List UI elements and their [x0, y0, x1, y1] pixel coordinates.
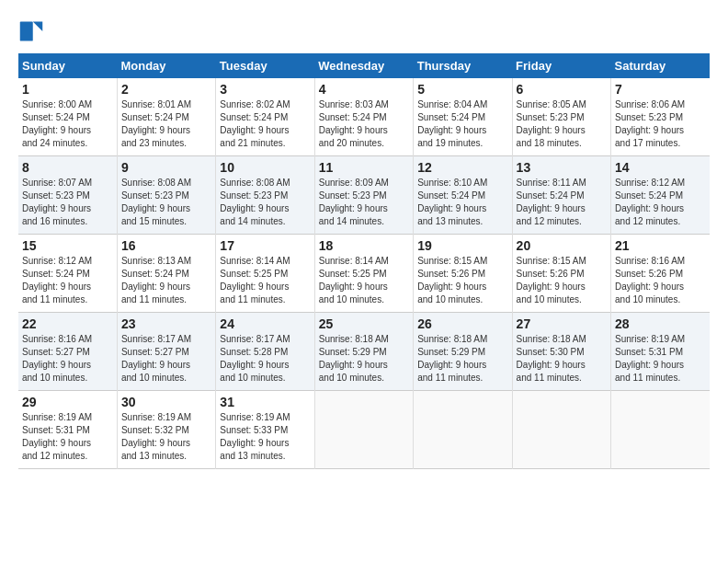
calendar-cell: 18Sunrise: 8:14 AMSunset: 5:25 PMDayligh…: [314, 235, 413, 313]
calendar-cell: 24Sunrise: 8:17 AMSunset: 5:28 PMDayligh…: [216, 313, 314, 391]
logo-icon: [18, 18, 44, 44]
day-number: 6: [517, 82, 607, 97]
weekday-header-friday: Friday: [512, 53, 610, 78]
day-number: 30: [121, 395, 211, 409]
calendar-cell: 25Sunrise: 8:18 AMSunset: 5:29 PMDayligh…: [314, 313, 413, 391]
day-detail: Sunrise: 8:08 AMSunset: 5:23 PMDaylight:…: [121, 177, 211, 228]
day-number: 16: [121, 238, 211, 253]
calendar-cell: 4Sunrise: 8:03 AMSunset: 5:24 PMDaylight…: [314, 78, 413, 156]
calendar-cell: 8Sunrise: 8:07 AMSunset: 5:23 PMDaylight…: [18, 156, 117, 235]
day-number: 18: [319, 238, 409, 253]
day-detail: Sunrise: 8:00 AMSunset: 5:24 PMDaylight:…: [22, 98, 113, 150]
day-detail: Sunrise: 8:15 AMSunset: 5:26 PMDaylight:…: [417, 255, 507, 306]
day-detail: Sunrise: 8:01 AMSunset: 5:24 PMDaylight:…: [121, 98, 211, 150]
calendar-week-4: 22Sunrise: 8:16 AMSunset: 5:27 PMDayligh…: [18, 313, 710, 391]
calendar-cell: 12Sunrise: 8:10 AMSunset: 5:24 PMDayligh…: [414, 156, 512, 235]
day-detail: Sunrise: 8:15 AMSunset: 5:26 PMDaylight:…: [517, 255, 607, 306]
calendar-cell: 22Sunrise: 8:16 AMSunset: 5:27 PMDayligh…: [18, 313, 117, 391]
weekday-header-sunday: Sunday: [18, 53, 117, 78]
day-detail: Sunrise: 8:18 AMSunset: 5:29 PMDaylight:…: [319, 333, 409, 385]
day-number: 14: [615, 160, 706, 175]
calendar-cell: [414, 391, 512, 469]
day-number: 4: [319, 82, 409, 97]
header: [18, 18, 710, 44]
day-number: 28: [615, 316, 706, 331]
calendar-cell: [611, 391, 710, 469]
calendar-table: SundayMondayTuesdayWednesdayThursdayFrid…: [18, 53, 710, 469]
day-detail: Sunrise: 8:18 AMSunset: 5:29 PMDaylight:…: [417, 333, 507, 385]
day-detail: Sunrise: 8:17 AMSunset: 5:27 PMDaylight:…: [121, 333, 211, 385]
calendar-cell: 2Sunrise: 8:01 AMSunset: 5:24 PMDaylight…: [117, 78, 215, 156]
calendar-cell: 21Sunrise: 8:16 AMSunset: 5:26 PMDayligh…: [611, 235, 710, 313]
day-detail: Sunrise: 8:19 AMSunset: 5:32 PMDaylight:…: [121, 411, 211, 463]
calendar-cell: 11Sunrise: 8:09 AMSunset: 5:23 PMDayligh…: [314, 156, 413, 235]
calendar-cell: 14Sunrise: 8:12 AMSunset: 5:24 PMDayligh…: [611, 156, 710, 235]
day-number: 12: [417, 160, 507, 175]
calendar-week-3: 15Sunrise: 8:12 AMSunset: 5:24 PMDayligh…: [18, 235, 710, 313]
day-number: 27: [517, 316, 607, 331]
calendar-cell: 27Sunrise: 8:18 AMSunset: 5:30 PMDayligh…: [512, 313, 610, 391]
day-number: 5: [417, 82, 507, 97]
weekday-header-saturday: Saturday: [611, 53, 710, 78]
day-number: 21: [615, 238, 706, 253]
calendar-cell: 7Sunrise: 8:06 AMSunset: 5:23 PMDaylight…: [611, 78, 710, 156]
day-number: 15: [22, 238, 113, 253]
day-detail: Sunrise: 8:10 AMSunset: 5:24 PMDaylight:…: [417, 177, 507, 228]
calendar-cell: 19Sunrise: 8:15 AMSunset: 5:26 PMDayligh…: [414, 235, 512, 313]
calendar-cell: 1Sunrise: 8:00 AMSunset: 5:24 PMDaylight…: [18, 78, 117, 156]
day-number: 1: [22, 82, 113, 97]
day-detail: Sunrise: 8:14 AMSunset: 5:25 PMDaylight:…: [220, 255, 310, 306]
day-number: 19: [417, 238, 507, 253]
day-detail: Sunrise: 8:19 AMSunset: 5:33 PMDaylight:…: [220, 411, 310, 463]
calendar-cell: 26Sunrise: 8:18 AMSunset: 5:29 PMDayligh…: [414, 313, 512, 391]
calendar-cell: 20Sunrise: 8:15 AMSunset: 5:26 PMDayligh…: [512, 235, 610, 313]
day-number: 23: [121, 316, 211, 331]
day-detail: Sunrise: 8:05 AMSunset: 5:23 PMDaylight:…: [517, 98, 607, 150]
calendar-cell: 13Sunrise: 8:11 AMSunset: 5:24 PMDayligh…: [512, 156, 610, 235]
day-number: 24: [220, 316, 310, 331]
day-detail: Sunrise: 8:03 AMSunset: 5:24 PMDaylight:…: [319, 98, 409, 150]
day-detail: Sunrise: 8:19 AMSunset: 5:31 PMDaylight:…: [22, 411, 113, 463]
calendar-cell: 31Sunrise: 8:19 AMSunset: 5:33 PMDayligh…: [216, 391, 314, 469]
day-detail: Sunrise: 8:08 AMSunset: 5:23 PMDaylight:…: [220, 177, 310, 228]
calendar-cell: [314, 391, 413, 469]
day-detail: Sunrise: 8:12 AMSunset: 5:24 PMDaylight:…: [22, 255, 113, 306]
calendar-week-2: 8Sunrise: 8:07 AMSunset: 5:23 PMDaylight…: [18, 156, 710, 235]
calendar-week-5: 29Sunrise: 8:19 AMSunset: 5:31 PMDayligh…: [18, 391, 710, 469]
logo: [18, 18, 48, 44]
day-number: 29: [22, 395, 113, 409]
day-number: 11: [319, 160, 409, 175]
day-detail: Sunrise: 8:02 AMSunset: 5:24 PMDaylight:…: [220, 98, 310, 150]
day-detail: Sunrise: 8:18 AMSunset: 5:30 PMDaylight:…: [517, 333, 607, 385]
calendar-cell: 15Sunrise: 8:12 AMSunset: 5:24 PMDayligh…: [18, 235, 117, 313]
day-number: 25: [319, 316, 409, 331]
day-detail: Sunrise: 8:09 AMSunset: 5:23 PMDaylight:…: [319, 177, 409, 228]
weekday-header-monday: Monday: [117, 53, 215, 78]
day-number: 26: [417, 316, 507, 331]
calendar-week-1: 1Sunrise: 8:00 AMSunset: 5:24 PMDaylight…: [18, 78, 710, 156]
day-number: 17: [220, 238, 310, 253]
weekday-header-tuesday: Tuesday: [216, 53, 314, 78]
day-number: 9: [121, 160, 211, 175]
day-detail: Sunrise: 8:16 AMSunset: 5:26 PMDaylight:…: [615, 255, 706, 306]
day-number: 20: [517, 238, 607, 253]
calendar-cell: 30Sunrise: 8:19 AMSunset: 5:32 PMDayligh…: [117, 391, 215, 469]
calendar-cell: [512, 391, 610, 469]
calendar-cell: 9Sunrise: 8:08 AMSunset: 5:23 PMDaylight…: [117, 156, 215, 235]
day-detail: Sunrise: 8:13 AMSunset: 5:24 PMDaylight:…: [121, 255, 211, 306]
day-number: 22: [22, 316, 113, 331]
svg-rect-1: [20, 22, 33, 41]
day-detail: Sunrise: 8:07 AMSunset: 5:23 PMDaylight:…: [22, 177, 113, 228]
day-detail: Sunrise: 8:16 AMSunset: 5:27 PMDaylight:…: [22, 333, 113, 385]
day-number: 8: [22, 160, 113, 175]
day-detail: Sunrise: 8:04 AMSunset: 5:24 PMDaylight:…: [417, 98, 507, 150]
weekday-header-wednesday: Wednesday: [314, 53, 413, 78]
day-number: 7: [615, 82, 706, 97]
svg-marker-0: [33, 22, 43, 32]
calendar-cell: 16Sunrise: 8:13 AMSunset: 5:24 PMDayligh…: [117, 235, 215, 313]
day-number: 2: [121, 82, 211, 97]
day-detail: Sunrise: 8:14 AMSunset: 5:25 PMDaylight:…: [319, 255, 409, 306]
calendar-cell: 5Sunrise: 8:04 AMSunset: 5:24 PMDaylight…: [414, 78, 512, 156]
calendar-cell: 23Sunrise: 8:17 AMSunset: 5:27 PMDayligh…: [117, 313, 215, 391]
calendar-cell: 3Sunrise: 8:02 AMSunset: 5:24 PMDaylight…: [216, 78, 314, 156]
